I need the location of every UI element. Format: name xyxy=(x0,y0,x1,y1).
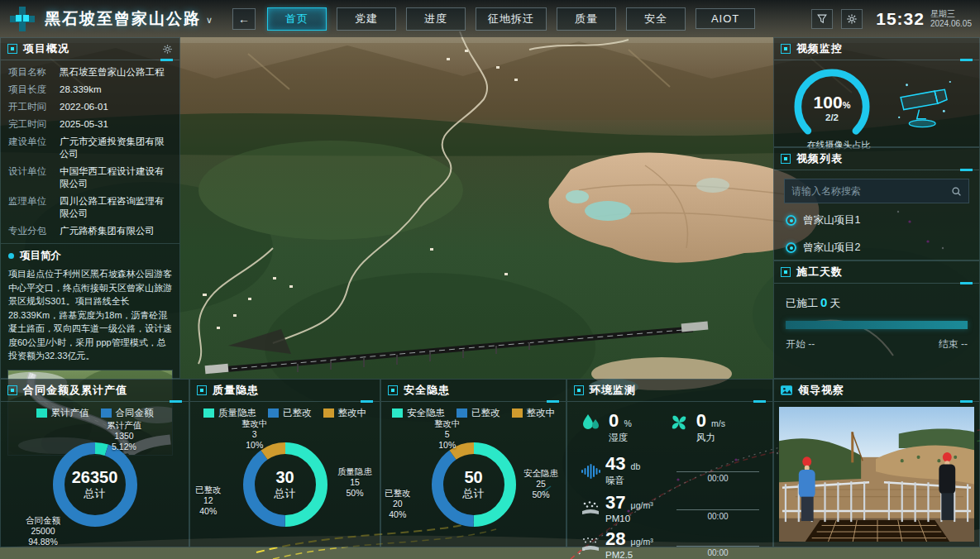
video-search-box xyxy=(784,179,969,203)
field-row: 项目长度28.339km xyxy=(1,81,179,98)
online-camera-gauge: 100% 2/2 在线摄像头占比 xyxy=(789,64,875,150)
video-search-input[interactable] xyxy=(791,185,951,197)
intro-text: 项目起点位于利州区黑石坡森林公园游客中心平交口，终点衔接朝天区曾家山旅游景区规划… xyxy=(1,265,179,365)
bullet-icon xyxy=(8,253,14,259)
noise-row: 43 db 噪音 00:00 xyxy=(567,451,772,490)
camera-dot-icon xyxy=(786,242,796,253)
video-list-item[interactable]: 曾家山项目1 xyxy=(774,207,979,234)
callout-label: 整改中510% xyxy=(434,418,461,451)
video-list-item[interactable]: 曾家山项目2 xyxy=(774,234,979,261)
end-date: 结束 -- xyxy=(939,337,968,351)
safety-hazard-panel: 安全隐患 安全隐患 已整改 整改中 50 总计 整改中510% 已整改2040%… xyxy=(380,379,566,547)
callout-label: 质量隐患1550% xyxy=(337,466,372,499)
sound-wave-icon xyxy=(581,463,600,480)
contract-panel-title: 合同金额及累计产值 xyxy=(23,383,127,398)
tab-quality[interactable]: 质量 xyxy=(557,7,616,31)
callout-label: 已整改2040% xyxy=(385,488,411,520)
tab-progress[interactable]: 进度 xyxy=(406,7,466,31)
field-row: 项目名称黑石坡至曾家山公路工程 xyxy=(1,64,179,81)
overview-title: 项目概况 xyxy=(23,41,69,56)
pm10-sparkline: 00:00 xyxy=(676,497,759,521)
video-list-panel: 视频列表 曾家山项目1 曾家山项目2 xyxy=(773,147,980,260)
top-header: 黑石坡至曾家山公路 ∨ ← 首页 党建 进度 征地拆迁 质量 安全 AIOT xyxy=(0,0,980,37)
contract-amount-panel: 合同金额及累计产值 累计产值 合同金额 26350 总计 累计产值13505.1… xyxy=(0,379,189,547)
field-row: 开工时间2022-06-01 xyxy=(1,98,179,116)
panel-marker-icon xyxy=(781,267,791,277)
funnel-icon xyxy=(816,13,828,25)
days-count: 0 xyxy=(818,295,829,309)
environment-title: 环境监测 xyxy=(590,383,636,398)
days-line: 已施工0天 xyxy=(774,284,979,319)
panel-marker-icon xyxy=(7,44,17,54)
tab-home[interactable]: 首页 xyxy=(267,7,327,31)
dashboard: 黑石坡至曾家山公路 ∨ ← 首页 党建 进度 征地拆迁 质量 安全 AIOT xyxy=(0,0,980,559)
humidity-metric: 0 % 湿度 xyxy=(581,412,632,444)
page-title: 黑石坡至曾家山公路 xyxy=(45,8,201,30)
tab-safety[interactable]: 安全 xyxy=(626,7,686,31)
callout-label: 整改中310% xyxy=(241,418,268,451)
callout-label: 已整改1240% xyxy=(195,485,222,517)
filter-button[interactable] xyxy=(811,9,833,29)
noise-sparkline: 00:00 xyxy=(676,459,759,483)
title-caret-icon[interactable]: ∨ xyxy=(206,15,213,26)
start-date: 开始 -- xyxy=(786,337,815,351)
construction-days-panel: 施工天数 已施工0天 开始 -- 结束 -- xyxy=(773,260,980,379)
pm10-row: 37 μg/m³ PM10 00:00 xyxy=(567,490,772,526)
gauge-ratio: 2/2 xyxy=(825,112,839,122)
callout-label: 合同金额2500094.88% xyxy=(26,515,60,547)
days-progress-bar xyxy=(786,321,968,329)
clock-weekday: 星期三 xyxy=(930,9,972,19)
back-button[interactable]: ← xyxy=(232,8,256,30)
panel-marker-icon xyxy=(197,385,207,395)
panel-marker-icon xyxy=(781,154,791,164)
fan-icon xyxy=(668,412,690,433)
overview-settings-button[interactable] xyxy=(162,44,173,55)
safety-panel-title: 安全隐患 xyxy=(404,383,450,398)
pm10-dust-icon xyxy=(581,500,600,517)
field-row: 设计单位中国华西工程设计建设有限公司 xyxy=(1,163,179,193)
clock: 15:32 星期三 2024.06.05 xyxy=(876,9,972,29)
tab-aiot[interactable]: AIOT xyxy=(696,8,755,29)
pm25-row: 28 μg/m³ PM2.5 00:00 xyxy=(567,526,772,559)
video-monitor-title: 视频监控 xyxy=(796,41,843,56)
clock-time: 15:32 xyxy=(876,9,925,29)
construction-days-title: 施工天数 xyxy=(796,265,843,280)
gear-icon xyxy=(162,44,173,55)
video-monitor-panel: 视频监控 100% 2/2 在线摄像头占比 xyxy=(773,37,980,147)
settings-button[interactable] xyxy=(841,9,863,29)
tab-land-acquisition[interactable]: 征地拆迁 xyxy=(476,7,547,31)
panel-marker-icon xyxy=(574,385,584,395)
field-row: 完工时间2025-05-31 xyxy=(1,116,179,133)
gauge-percent: 100 xyxy=(814,93,843,112)
field-row: 建设单位广元市交通投资集团有限公司 xyxy=(1,133,179,163)
quality-donut-chart xyxy=(237,437,333,533)
chart-legend: 质量隐患 已整改 整改中 xyxy=(190,407,380,419)
panel-marker-icon xyxy=(7,385,17,395)
project-overview-panel: 项目概况 项目名称黑石坡至曾家山公路工程 项目长度28.339km 开工时间20… xyxy=(0,37,180,379)
quality-panel-title: 质量隐患 xyxy=(213,383,259,398)
photo-icon xyxy=(781,385,792,395)
leader-inspection-panel: 领导视察 xyxy=(773,379,980,547)
pm25-dust-icon xyxy=(581,537,600,553)
app-logo-icon xyxy=(8,5,36,33)
callout-label: 累计产值13505.12% xyxy=(107,420,141,452)
quality-hazard-panel: 质量隐患 质量隐患 已整改 整改中 30 总计 整改中310% 已整改1240%… xyxy=(189,379,380,547)
field-row: 监理单位四川公路工程咨询监理有限公司 xyxy=(1,193,179,222)
water-drop-icon xyxy=(581,412,602,433)
cctv-camera-icon xyxy=(890,72,959,141)
callout-label: 安全隐患2550% xyxy=(523,468,558,500)
intro-title: 项目简介 xyxy=(20,249,61,263)
wind-metric: 0 m/s 风力 xyxy=(668,412,725,444)
field-row: 专业分包广元路桥集团有限公司 xyxy=(1,222,179,240)
chart-legend: 安全隐患 已整改 整改中 xyxy=(381,407,566,419)
panel-marker-icon xyxy=(781,44,791,54)
nav-tabs: 首页 党建 进度 征地拆迁 质量 安全 AIOT xyxy=(267,7,755,31)
leader-title: 领导视察 xyxy=(798,383,844,398)
search-icon[interactable] xyxy=(951,186,962,197)
safety-donut-chart xyxy=(426,437,522,533)
video-list-title: 视频列表 xyxy=(796,151,843,166)
site-inspection-photo xyxy=(779,407,974,542)
gear-icon xyxy=(846,13,858,25)
tab-party-building[interactable]: 党建 xyxy=(337,7,396,31)
panel-marker-icon xyxy=(388,385,398,395)
